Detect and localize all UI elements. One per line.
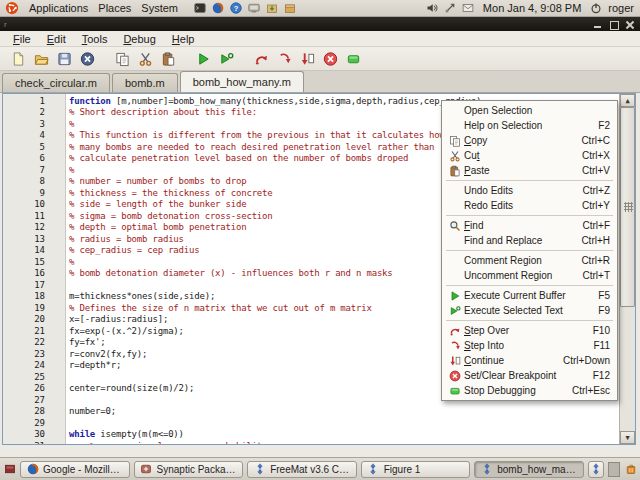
menu-item-shortcut: Ctrl+R (571, 255, 610, 266)
new-file-button[interactable] (8, 49, 28, 69)
menu-item-cut[interactable]: CutCtrl+X (443, 148, 616, 163)
tab-bomb_how_many-m[interactable]: bomb_how_many.m (180, 71, 304, 92)
menu-tools[interactable]: Tools (75, 33, 115, 45)
step-into-button[interactable] (274, 49, 294, 69)
breakpoint-icon (323, 51, 338, 66)
ubuntu-logo-icon[interactable] (4, 1, 19, 16)
code-line: 29 (3, 417, 618, 429)
menu-item-find-and-replace[interactable]: Find and ReplaceCtrl+H (443, 233, 616, 248)
menu-item-redo-edits[interactable]: Redo EditsCtrl+Y (443, 198, 616, 213)
close-file-button[interactable] (77, 49, 97, 69)
menu-item-label: Set/Clear Breakpoint (464, 370, 556, 381)
menu-item-shortcut: Ctrl+Esc (562, 385, 610, 396)
editor-vertical-scrollbar[interactable]: ▲ ▼ (619, 94, 635, 444)
launcher-help[interactable]: ? (228, 1, 243, 16)
menu-item-help-on-selection[interactable]: Help on SelectionF2 (443, 118, 616, 133)
volume-applet[interactable] (426, 2, 439, 15)
copy-button[interactable] (112, 49, 132, 69)
launcher-display[interactable] (246, 1, 261, 16)
mail-applet[interactable] (462, 2, 475, 15)
execute-buffer-button[interactable] (193, 49, 213, 69)
taskbar-button-figure-1[interactable]: Figure 1 (361, 461, 471, 478)
trash-applet[interactable] (624, 461, 637, 477)
step-over-button[interactable] (251, 49, 271, 69)
line-text: % Short description about this file: (49, 107, 257, 117)
open-file-button[interactable] (31, 49, 51, 69)
line-number: 5 (3, 142, 49, 152)
line-number: 10 (3, 199, 49, 209)
panel-menu-applications[interactable]: Applications (25, 2, 92, 14)
line-text: % depth = optimal bomb penetration (49, 222, 246, 232)
menu-item-continue[interactable]: ContinueCtrl+Down (443, 353, 616, 368)
breakpoint-button[interactable] (320, 49, 340, 69)
menu-file[interactable]: File (6, 33, 38, 45)
menu-item-uncomment-region[interactable]: Uncomment RegionCtrl+T (443, 268, 616, 283)
launcher-terminal[interactable] (192, 1, 207, 16)
menu-item-label: Undo Edits (464, 185, 513, 196)
tab-bomb-m[interactable]: bomb.m (112, 73, 178, 92)
menu-item-paste[interactable]: PasteCtrl+V (443, 163, 616, 178)
close-button[interactable] (625, 20, 634, 29)
menu-separator (446, 285, 613, 286)
network-applet[interactable] (444, 2, 457, 15)
menu-item-execute-current-buffer[interactable]: Execute Current BufferF5 (443, 288, 616, 303)
menu-item-stop-debugging[interactable]: Stop DebuggingCtrl+Esc (443, 383, 616, 398)
menu-item-find[interactable]: FindCtrl+F (443, 218, 616, 233)
menu-item-step-into[interactable]: Step IntoF11 (443, 338, 616, 353)
scroll-up-button[interactable]: ▲ (620, 94, 635, 107)
menu-item-execute-selected-text[interactable]: Execute Selected TextF9 (443, 303, 616, 318)
menu-help[interactable]: Help (165, 33, 202, 45)
code-line: 31 % cep = circular error probability (3, 440, 618, 445)
menu-edit[interactable]: Edit (40, 33, 73, 45)
menu-separator (446, 180, 613, 181)
taskbar-button-label: Google - Mozilla Fir... (43, 464, 124, 475)
freemat-icon (367, 463, 380, 476)
taskbar-button-synaptic-package[interactable]: Synaptic Package ... (134, 461, 244, 478)
menu-item-comment-region[interactable]: Comment RegionCtrl+R (443, 253, 616, 268)
taskbar-button-google-mozilla-fir[interactable]: Google - Mozilla Fir... (20, 461, 130, 478)
taskbar-button-bomb_how_many[interactable]: bomb_how_many.... (474, 461, 584, 478)
tab-check_circular-m[interactable]: check_circular.m (2, 73, 110, 92)
power-icon[interactable] (589, 2, 602, 15)
show-desktop-button[interactable] (3, 461, 16, 477)
menu-icon-placeholder (445, 184, 464, 197)
panel-menu-system[interactable]: System (137, 2, 182, 14)
launcher-firefox[interactable] (210, 1, 225, 16)
user-menu[interactable]: roger (608, 2, 636, 14)
svg-text:?: ? (233, 4, 238, 13)
stop-debug-button[interactable] (343, 49, 363, 69)
taskbar-button-freemat-v3-6-com[interactable]: FreeMat v3.6 Com... (247, 461, 357, 478)
line-number: 21 (3, 326, 49, 336)
step-over-icon (445, 324, 464, 337)
window-titlebar[interactable]: r (0, 17, 640, 31)
menu-item-undo-edits[interactable]: Undo EditsCtrl+Z (443, 183, 616, 198)
menu-item-shortcut: Ctrl+V (572, 165, 610, 176)
menu-item-label: Uncomment Region (464, 270, 552, 281)
menu-item-shortcut: F10 (583, 325, 610, 336)
execute-selection-button[interactable] (216, 49, 236, 69)
launcher-archive[interactable] (282, 1, 297, 16)
panel-menu-places[interactable]: Places (94, 2, 135, 14)
launcher-package[interactable] (264, 1, 279, 16)
scroll-down-button[interactable]: ▼ (620, 431, 635, 444)
continue-button[interactable] (297, 49, 317, 69)
menu-item-open-selection[interactable]: Open Selection (443, 103, 616, 118)
scrollbar-thumb[interactable] (620, 107, 635, 307)
menu-item-label: Help on Selection (464, 120, 542, 131)
menu-item-step-over[interactable]: Step OverF10 (443, 323, 616, 338)
cut-button[interactable] (135, 49, 155, 69)
menu-item-set-clear-breakpoint[interactable]: Set/Clear BreakpointF12 (443, 368, 616, 383)
freemat-tray-button[interactable] (588, 461, 604, 478)
menu-item-copy[interactable]: CopyCtrl+C (443, 133, 616, 148)
maximize-button[interactable] (609, 20, 618, 29)
paste-button[interactable] (158, 49, 178, 69)
clock[interactable]: Mon Jan 4, 9:08 PM (481, 2, 583, 14)
freemat-icon (589, 463, 602, 476)
line-text: % side = length of the bunker side (49, 199, 246, 209)
menu-debug[interactable]: Debug (116, 33, 162, 45)
save-file-button[interactable] (54, 49, 74, 69)
minimize-button[interactable] (593, 20, 602, 29)
menu-item-shortcut: Ctrl+C (571, 135, 610, 146)
workspace-switcher[interactable] (608, 462, 620, 477)
line-text: % (49, 119, 74, 129)
